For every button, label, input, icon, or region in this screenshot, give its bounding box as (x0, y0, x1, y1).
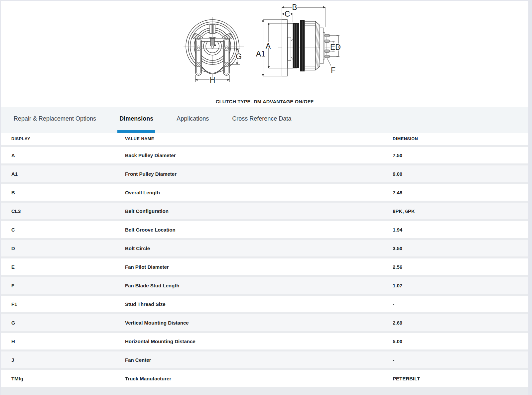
tab-dimensions[interactable]: Dimensions (117, 107, 155, 133)
table-row-b: BOverall Length7.48 (1, 184, 528, 201)
table-row-h: HHorizontal Mounting Distance5.00 (1, 333, 528, 349)
table-row-e: EFan Pilot Diameter2.56 (1, 258, 528, 275)
dimension-cell: 2.56 (393, 264, 528, 270)
display-cell: A1 (11, 171, 125, 177)
dimension-cell: - (393, 301, 528, 307)
table-row-j: JFan Center- (1, 351, 528, 368)
table-body: ABack Pulley Diameter7.50A1Front Pulley … (1, 147, 528, 387)
dim-label-ed: ED (330, 43, 341, 51)
tab-repair-replacement-options[interactable]: Repair & Replacement Options (12, 107, 98, 133)
value-name-cell: Vertical Mounting Distance (125, 320, 393, 326)
value-name-cell: Front Pulley Diameter (125, 171, 393, 177)
display-cell: CL3 (11, 208, 125, 214)
value-name-cell: Bolt Circle (125, 246, 393, 251)
display-cell: E (11, 264, 125, 270)
table-row-d: DBolt Circle3.50 (1, 240, 528, 256)
dim-label-g: G (236, 52, 242, 61)
clutch-technical-drawing: B C A A1 ED F G H (182, 4, 348, 98)
display-cell: J (11, 357, 125, 363)
display-cell: F1 (11, 301, 125, 307)
display-cell: G (11, 320, 125, 326)
dim-label-a: A (266, 42, 271, 50)
dimension-cell: 2.69 (393, 320, 528, 326)
dim-label-b: B (292, 4, 297, 12)
table-row-g: GVertical Mounting Distance2.69 (1, 314, 528, 331)
dimension-cell: 5.00 (393, 339, 528, 344)
side-view (263, 7, 339, 76)
clutch-type-caption: CLUTCH TYPE: DM ADVANTAGE ON/OFF (1, 99, 528, 104)
dimension-cell: 8PK, 6PK (393, 208, 528, 214)
column-header-display: DISPLAY (11, 137, 125, 141)
dimension-cell: - (393, 357, 528, 363)
dimension-cell: 1.07 (393, 283, 528, 288)
dimension-cell: 3.50 (393, 246, 528, 251)
value-name-cell: Back Pulley Diameter (125, 152, 393, 158)
dimension-cell: 7.48 (393, 190, 528, 195)
display-cell: B (11, 190, 125, 195)
dim-label-h: H (210, 76, 215, 84)
tab-applications[interactable]: Applications (175, 107, 211, 133)
display-cell: A (11, 152, 125, 158)
dim-label-c: C (285, 10, 290, 18)
display-cell: H (11, 339, 125, 344)
value-name-cell: Belt Configuration (125, 208, 393, 214)
display-cell: TMfg (11, 376, 125, 381)
table-row-tmfg: TMfgTruck ManufacturerPETERBILT (1, 370, 528, 387)
value-name-cell: Belt Groove Location (125, 227, 393, 233)
table-row-a: ABack Pulley Diameter7.50 (1, 147, 528, 163)
product-detail-card: B C A A1 ED F G H CLUTCH TYPE: DM ADVANT… (1, 1, 528, 395)
value-name-cell: Fan Center (125, 357, 393, 363)
dim-label-f: F (331, 66, 335, 74)
table-header-row: DISPLAY VALUE NAME DIMENSION (1, 133, 528, 145)
display-cell: C (11, 227, 125, 233)
table-row-a1: A1Front Pulley Diameter9.00 (1, 165, 528, 182)
dimension-cell: 7.50 (393, 152, 528, 158)
front-view (184, 17, 244, 82)
tab-list: Repair & Replacement OptionsDimensionsAp… (1, 107, 528, 133)
dimension-cell: 1.94 (393, 227, 528, 233)
value-name-cell: Horizontal Mounting Distance (125, 339, 393, 344)
value-name-cell: Fan Blade Stud Length (125, 283, 393, 288)
display-cell: F (11, 283, 125, 288)
table-row-cl3: CL3Belt Configuration8PK, 6PK (1, 203, 528, 219)
display-cell: D (11, 246, 125, 251)
dimensions-table: DISPLAY VALUE NAME DIMENSION ABack Pulle… (1, 133, 528, 395)
value-name-cell: Overall Length (125, 190, 393, 195)
dim-label-a1: A1 (256, 49, 265, 58)
value-name-cell: Stud Thread Size (125, 301, 393, 307)
drawing-section: B C A A1 ED F G H CLUTCH TYPE: DM ADVANT… (1, 1, 528, 107)
value-name-cell: Fan Pilot Diameter (125, 264, 393, 270)
value-name-cell: Truck Manufacturer (125, 376, 393, 381)
table-row-f1: F1Stud Thread Size- (1, 296, 528, 312)
table-row-f: FFan Blade Stud Length1.07 (1, 277, 528, 294)
dimension-cell: 9.00 (393, 171, 528, 177)
dimension-cell: PETERBILT (393, 376, 528, 381)
column-header-value-name: VALUE NAME (125, 137, 393, 141)
table-row-c: CBelt Groove Location1.94 (1, 221, 528, 238)
column-header-dimension: DIMENSION (393, 137, 528, 141)
tab-cross-reference-data[interactable]: Cross Reference Data (230, 107, 293, 133)
